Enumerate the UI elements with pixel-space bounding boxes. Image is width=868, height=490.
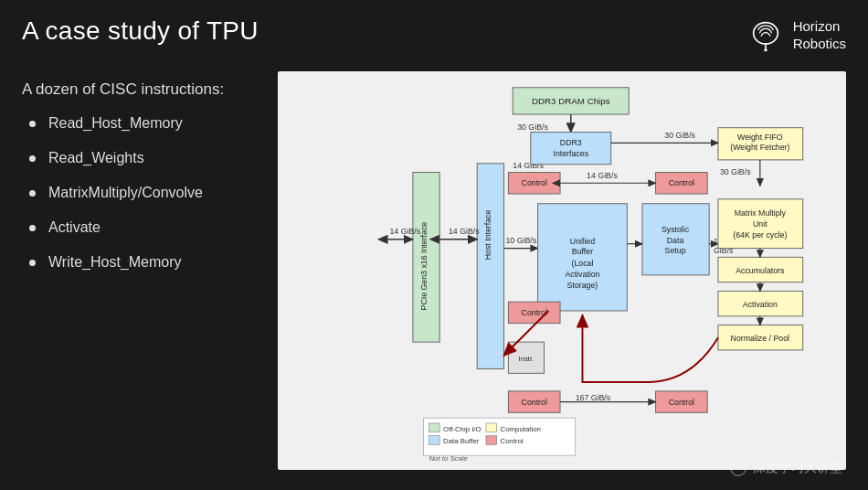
bullet-dot [29, 155, 36, 162]
svg-rect-80 [486, 436, 497, 445]
bullet-text: Activate [48, 219, 101, 236]
bullet-text: Write_Host_Memory [48, 254, 182, 271]
svg-text:10 GiB/s: 10 GiB/s [505, 236, 536, 245]
bullet-list: Read_Host_Memory Read_Weights MatrixMult… [22, 115, 259, 271]
brand-logo-icon [747, 16, 784, 53]
svg-rect-76 [429, 436, 439, 445]
svg-text:Data: Data [667, 236, 684, 245]
svg-text:Buffer: Buffer [572, 247, 593, 256]
svg-text:Activation: Activation [565, 270, 599, 279]
svg-text:DDR3 DRAM Chips: DDR3 DRAM Chips [532, 96, 610, 106]
svg-text:Matrix Multiply: Matrix Multiply [735, 208, 787, 218]
svg-text:30 GiB/s: 30 GiB/s [664, 131, 695, 140]
list-item: Write_Host_Memory [22, 254, 259, 271]
svg-rect-78 [486, 423, 497, 432]
bullet-dot [29, 121, 36, 127]
svg-text:Host Interface: Host Interface [483, 209, 492, 260]
list-item: Activate [22, 219, 259, 236]
brand-name-text: HorizonRobotics [793, 17, 846, 53]
left-panel: A dozen of CISC instructions: Read_Host_… [22, 71, 259, 470]
slide-title: A case study of TPU [22, 16, 259, 46]
bullet-text: Read_Weights [48, 150, 144, 166]
svg-text:Weight FIFO: Weight FIFO [737, 133, 783, 142]
svg-point-86 [731, 461, 746, 476]
tpu-diagram-panel: DDR3 DRAM Chips 30 GiB/s 14 GiB/s DDR3 I… [278, 71, 846, 470]
svg-text:Control: Control [522, 178, 547, 187]
svg-text:Normalize / Pool: Normalize / Pool [731, 334, 789, 343]
svg-text:Interfaces: Interfaces [553, 149, 588, 158]
bullet-dot [29, 190, 36, 197]
list-item: Read_Weights [22, 150, 259, 166]
svg-text:Storage): Storage) [567, 281, 598, 290]
list-item: Read_Host_Memory [22, 115, 259, 132]
bullet-dot [29, 260, 36, 266]
svg-text:Accumulators: Accumulators [736, 266, 785, 275]
svg-text:DDR3: DDR3 [560, 138, 582, 147]
svg-text:14 GiB/s: 14 GiB/s [389, 227, 420, 236]
svg-text:Systolic: Systolic [662, 225, 690, 234]
svg-text:Off-Chip I/O: Off-Chip I/O [443, 425, 481, 433]
bullet-text: Read_Host_Memory [48, 115, 183, 132]
svg-text:(Local: (Local [572, 259, 594, 268]
watermark: 深度学习大讲堂 [729, 459, 842, 477]
svg-text:Data Buffer: Data Buffer [443, 437, 480, 445]
svg-text:Control: Control [522, 398, 547, 407]
svg-text:Computation: Computation [501, 425, 541, 433]
list-item: MatrixMultiply/Convolve [22, 185, 259, 201]
svg-text:Instr.: Instr. [518, 355, 534, 363]
svg-text:Not to Scale: Not to Scale [429, 454, 468, 463]
svg-text:30 GiB/s: 30 GiB/s [517, 122, 548, 132]
brand-area: HorizonRobotics [747, 16, 846, 53]
svg-text:Unified: Unified [570, 237, 595, 246]
bullet-dot [29, 225, 36, 231]
svg-text:Control: Control [669, 398, 694, 407]
svg-text:Control: Control [669, 178, 694, 187]
bullet-text: MatrixMultiply/Convolve [48, 185, 203, 201]
slide-header: A case study of TPU HorizonRobotics [0, 0, 868, 62]
svg-text:30 GiB/s: 30 GiB/s [720, 167, 751, 176]
svg-text:Control: Control [501, 437, 524, 445]
svg-text:Setup: Setup [665, 246, 686, 255]
svg-text:14 GiB/s: 14 GiB/s [449, 227, 480, 236]
svg-point-2 [764, 48, 767, 51]
svg-text:(Weight Fetcher): (Weight Fetcher) [730, 143, 789, 152]
instructions-title: A dozen of CISC instructions: [22, 80, 259, 99]
watermark-text: 深度学习大讲堂 [753, 460, 842, 476]
main-content: A dozen of CISC instructions: Read_Host_… [0, 62, 868, 479]
svg-rect-35 [538, 204, 628, 311]
svg-rect-74 [429, 423, 439, 432]
tpu-diagram-svg: DDR3 DRAM Chips 30 GiB/s 14 GiB/s DDR3 I… [285, 79, 839, 463]
svg-text:Activation: Activation [743, 300, 778, 309]
svg-text:Unit: Unit [753, 219, 767, 229]
watermark-icon [729, 459, 747, 477]
svg-text:167 GiB/s: 167 GiB/s [576, 393, 611, 402]
svg-text:14 GiB/s: 14 GiB/s [587, 171, 618, 180]
svg-rect-25 [477, 164, 503, 369]
svg-text:(64K per cycle): (64K per cycle) [733, 230, 787, 240]
